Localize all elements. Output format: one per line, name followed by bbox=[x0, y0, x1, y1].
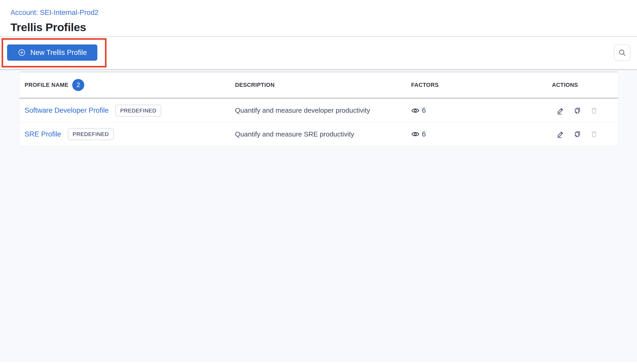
toolbar: New Trellis Profile bbox=[0, 37, 637, 70]
eye-icon bbox=[411, 106, 420, 115]
actions-group bbox=[552, 130, 598, 138]
copy-icon bbox=[573, 130, 581, 138]
predefined-badge: PREDEFINED bbox=[115, 105, 161, 117]
trash-icon bbox=[590, 130, 598, 138]
profile-link[interactable]: SRE Profile bbox=[25, 130, 61, 138]
copy-icon bbox=[573, 107, 581, 115]
factors-cell: 6 bbox=[411, 130, 552, 138]
edit-profile-button[interactable] bbox=[557, 130, 565, 138]
search-button[interactable] bbox=[614, 44, 630, 61]
page-title: Trellis Profiles bbox=[10, 21, 637, 34]
actions-header-label: ACTIONS bbox=[552, 82, 578, 88]
trash-icon bbox=[590, 107, 598, 115]
clone-profile-button[interactable] bbox=[573, 107, 581, 115]
description-text: Quantify and measure developer productiv… bbox=[235, 106, 370, 114]
eye-icon bbox=[411, 130, 420, 138]
profile-name-cell: Software Developer Profile PREDEFINED bbox=[19, 105, 235, 117]
profile-count-badge: 2 bbox=[72, 79, 84, 91]
actions-cell bbox=[552, 107, 618, 115]
new-trellis-profile-button[interactable]: New Trellis Profile bbox=[7, 44, 97, 61]
profile-name-cell: SRE Profile PREDEFINED bbox=[19, 128, 235, 140]
column-header-actions: ACTIONS bbox=[552, 82, 618, 88]
column-header-description: DESCRIPTION bbox=[235, 82, 411, 88]
column-header-factors: FACTORS bbox=[411, 82, 552, 88]
profiles-table: PROFILE NAME 2 DESCRIPTION FACTORS ACTIO… bbox=[19, 71, 619, 146]
description-cell: Quantify and measure developer productiv… bbox=[235, 106, 411, 115]
profile-link[interactable]: Software Developer Profile bbox=[25, 106, 109, 115]
main-content: PROFILE NAME 2 DESCRIPTION FACTORS ACTIO… bbox=[0, 70, 637, 362]
pencil-icon bbox=[557, 130, 565, 138]
factors-count: 6 bbox=[422, 106, 426, 115]
description-cell: Quantify and measure SRE productivity bbox=[235, 130, 411, 138]
account-breadcrumb-link[interactable]: Account: SEI-Internal-Prod2 bbox=[10, 9, 98, 17]
edit-profile-button[interactable] bbox=[557, 107, 565, 115]
page-header: Account: SEI-Internal-Prod2 Trellis Prof… bbox=[0, 0, 637, 37]
profile-name-header-label: PROFILE NAME bbox=[25, 82, 68, 88]
actions-cell bbox=[552, 130, 618, 138]
column-header-profile-name: PROFILE NAME 2 bbox=[19, 79, 235, 91]
description-header-label: DESCRIPTION bbox=[235, 82, 275, 88]
delete-profile-button[interactable] bbox=[590, 130, 598, 138]
clone-profile-button[interactable] bbox=[573, 130, 581, 138]
factors-count: 6 bbox=[422, 130, 426, 138]
factors-cell: 6 bbox=[411, 106, 552, 115]
actions-group bbox=[552, 107, 598, 115]
table-row: SRE Profile PREDEFINED Quantify and meas… bbox=[19, 122, 618, 146]
table-header-row: PROFILE NAME 2 DESCRIPTION FACTORS ACTIO… bbox=[19, 72, 618, 99]
predefined-badge: PREDEFINED bbox=[68, 128, 114, 140]
pencil-icon bbox=[557, 107, 565, 115]
plus-circle-icon bbox=[18, 48, 26, 57]
delete-profile-button[interactable] bbox=[590, 107, 598, 115]
new-trellis-profile-button-label: New Trellis Profile bbox=[30, 49, 87, 57]
description-text: Quantify and measure SRE productivity bbox=[235, 130, 354, 138]
table-row: Software Developer Profile PREDEFINED Qu… bbox=[19, 99, 618, 122]
factors-header-label: FACTORS bbox=[411, 82, 439, 88]
search-icon bbox=[618, 49, 626, 57]
